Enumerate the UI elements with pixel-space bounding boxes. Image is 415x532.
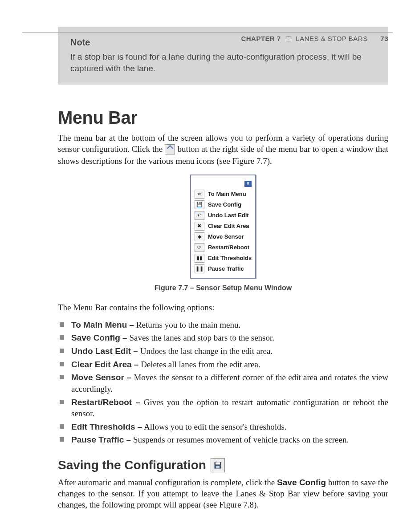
menu-item-move[interactable]: ◆ Move Sensor bbox=[195, 231, 252, 242]
menu-item-label: Save Config bbox=[208, 201, 241, 208]
section-heading: Menu Bar bbox=[58, 108, 388, 128]
saving-text-before: After automatic and manual configuration… bbox=[58, 478, 277, 487]
menu-item-label: Edit Thresholds bbox=[208, 255, 252, 261]
list-item: Clear Edit Area – Deletes all lanes from… bbox=[58, 359, 388, 370]
pause-icon: ❚❚ bbox=[195, 264, 204, 273]
option-desc: Deletes all lanes from the edit area. bbox=[138, 360, 260, 369]
option-term: Edit Thresholds – bbox=[71, 422, 142, 431]
undo-icon: ↶ bbox=[195, 211, 204, 220]
menu-item-thresholds[interactable]: ▮▮ Edit Thresholds bbox=[195, 253, 252, 264]
header-rule bbox=[22, 32, 393, 32]
move-icon: ◆ bbox=[195, 232, 204, 241]
option-term: Pause Traffic – bbox=[71, 435, 131, 444]
menu-item-clear[interactable]: ✖ Clear Edit Area bbox=[195, 221, 252, 231]
menu-item-main[interactable]: ⇦ To Main Menu bbox=[195, 189, 252, 199]
home-icon bbox=[165, 144, 175, 154]
menu-item-pause[interactable]: ❚❚ Pause Traffic bbox=[195, 264, 252, 274]
page-number: 73 bbox=[380, 35, 388, 42]
clear-icon: ✖ bbox=[195, 222, 204, 231]
save-config-label: Save Config bbox=[277, 478, 326, 487]
chapter-label: CHAPTER 7 bbox=[241, 35, 281, 42]
disk-icon bbox=[211, 458, 225, 472]
option-desc: Saves the lanes and stop bars to the sen… bbox=[127, 333, 274, 342]
menu-item-restart[interactable]: ⟳ Restart/Reboot bbox=[195, 242, 252, 253]
list-item: Undo Last Edit – Undoes the last change … bbox=[58, 345, 388, 357]
back-arrow-icon: ⇦ bbox=[195, 190, 204, 199]
menu-item-undo[interactable]: ↶ Undo Last Edit bbox=[195, 210, 252, 221]
option-desc: Undoes the last change in the edit area. bbox=[138, 346, 273, 356]
subsection-heading: Saving the Configuration bbox=[58, 458, 388, 472]
list-item: Edit Thresholds – Allows you to edit the… bbox=[58, 421, 388, 433]
list-item: Pause Traffic – Suspends or resumes move… bbox=[58, 434, 388, 446]
figure-caption: Figure 7.7 – Sensor Setup Menu Window bbox=[58, 284, 388, 292]
option-term: Clear Edit Area – bbox=[71, 360, 138, 369]
subsection-title: Saving the Configuration bbox=[58, 458, 206, 472]
disk-icon: 💾 bbox=[195, 200, 204, 209]
thresholds-icon: ▮▮ bbox=[195, 254, 204, 263]
option-term: To Main Menu – bbox=[71, 320, 134, 329]
menu-item-label: Move Sensor bbox=[208, 233, 244, 240]
chapter-title: LANES & STOP BARS bbox=[296, 35, 367, 42]
list-item: Save Config – Saves the lanes and stop b… bbox=[58, 332, 388, 344]
menu-item-label: Clear Edit Area bbox=[208, 223, 249, 229]
option-term: Restart/Reboot – bbox=[71, 398, 140, 407]
list-item: Move Sensor – Moves the sensor to a diff… bbox=[58, 372, 388, 394]
svg-rect-1 bbox=[216, 462, 220, 464]
svg-rect-2 bbox=[216, 466, 220, 468]
list-item: Restart/Reboot – Gives you the option to… bbox=[58, 397, 388, 419]
options-intro: The Menu Bar contains the following opti… bbox=[58, 302, 388, 313]
option-term: Undo Last Edit – bbox=[71, 346, 138, 356]
restart-icon: ⟳ bbox=[195, 243, 204, 252]
option-desc: Suspends or resumes movement of vehicle … bbox=[131, 435, 349, 444]
intro-paragraph: The menu bar at the bottom of the screen… bbox=[58, 132, 388, 166]
list-item: To Main Menu – Returns you to the main m… bbox=[58, 319, 388, 331]
option-term: Move Sensor – bbox=[71, 373, 131, 382]
square-bullet-icon bbox=[286, 36, 291, 41]
menu-item-label: Restart/Reboot bbox=[208, 244, 249, 251]
option-desc: Allows you to edit the sensor's threshol… bbox=[142, 422, 286, 431]
menu-item-label: Undo Last Edit bbox=[208, 212, 249, 219]
menu-item-label: To Main Menu bbox=[208, 191, 246, 197]
menu-window: × ⇦ To Main Menu 💾 Save Config ↶ Undo La… bbox=[190, 175, 256, 279]
menu-item-label: Pause Traffic bbox=[208, 265, 244, 272]
option-term: Save Config – bbox=[71, 333, 127, 342]
menu-item-save[interactable]: 💾 Save Config bbox=[195, 199, 252, 210]
options-list: To Main Menu – Returns you to the main m… bbox=[58, 319, 388, 446]
note-text: If a stop bar is found for a lane during… bbox=[70, 51, 376, 74]
close-icon[interactable]: × bbox=[244, 181, 252, 187]
figure-7-7: × ⇦ To Main Menu 💾 Save Config ↶ Undo La… bbox=[58, 175, 388, 279]
option-desc: Returns you to the main menu. bbox=[134, 320, 240, 329]
running-header: CHAPTER 7 LANES & STOP BARS 73 bbox=[241, 35, 388, 42]
saving-paragraph: After automatic and manual configuration… bbox=[58, 477, 388, 510]
